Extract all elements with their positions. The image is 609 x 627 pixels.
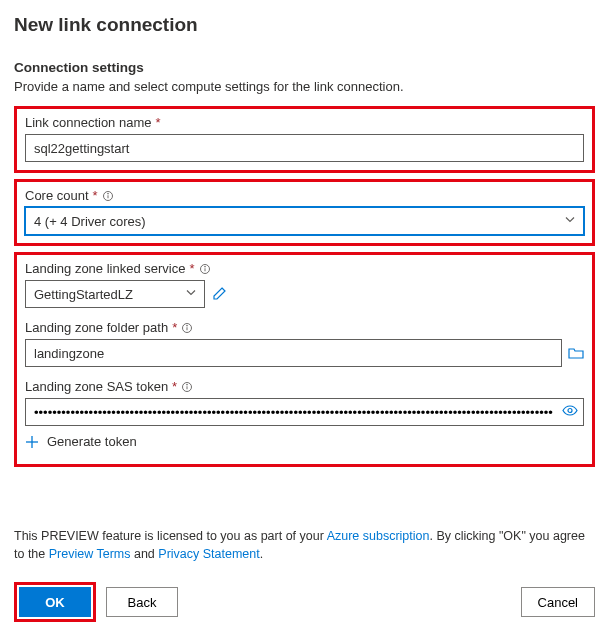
highlight-box-name: Link connection name * <box>14 106 595 173</box>
required-star: * <box>155 115 160 130</box>
info-icon[interactable] <box>181 381 193 393</box>
highlight-box-landingzone: Landing zone linked service * GettingSta… <box>14 252 595 467</box>
svg-point-12 <box>568 409 572 413</box>
lz-service-label: Landing zone linked service <box>25 261 185 276</box>
privacy-statement-link[interactable]: Privacy Statement <box>158 547 259 561</box>
lz-folder-label: Landing zone folder path <box>25 320 168 335</box>
core-count-select[interactable]: 4 (+ 4 Driver cores) <box>25 207 584 235</box>
svg-point-11 <box>187 384 188 385</box>
required-star: * <box>172 320 177 335</box>
lz-service-value[interactable]: GettingStartedLZ <box>25 280 205 308</box>
lz-service-select[interactable]: GettingStartedLZ <box>25 280 205 308</box>
link-name-input[interactable] <box>25 134 584 162</box>
highlight-box-corecount: Core count * 4 (+ 4 Driver cores) <box>14 179 595 246</box>
preview-text: This PREVIEW feature is licensed to you … <box>14 527 595 565</box>
info-icon[interactable] <box>181 322 193 334</box>
required-star: * <box>93 188 98 203</box>
section-heading: Connection settings <box>14 60 595 75</box>
preview-terms-link[interactable]: Preview Terms <box>49 547 131 561</box>
page-title: New link connection <box>14 14 595 36</box>
sas-token-input[interactable] <box>25 398 584 426</box>
browse-folder-icon[interactable] <box>568 345 584 361</box>
footer: OK Back Cancel <box>14 582 595 622</box>
plus-icon <box>25 435 39 449</box>
lz-folder-input[interactable] <box>25 339 562 367</box>
info-icon[interactable] <box>199 263 211 275</box>
generate-token-button[interactable]: Generate token <box>25 434 137 449</box>
core-count-label: Core count <box>25 188 89 203</box>
required-star: * <box>172 379 177 394</box>
svg-point-2 <box>107 193 108 194</box>
info-icon[interactable] <box>102 190 114 202</box>
svg-point-5 <box>204 266 205 267</box>
cancel-button[interactable]: Cancel <box>521 587 595 617</box>
section-subtitle: Provide a name and select compute settin… <box>14 79 595 94</box>
back-button[interactable]: Back <box>106 587 178 617</box>
ok-button[interactable]: OK <box>19 587 91 617</box>
required-star: * <box>189 261 194 276</box>
svg-point-8 <box>187 325 188 326</box>
highlight-box-ok: OK <box>14 582 96 622</box>
link-name-label: Link connection name <box>25 115 151 130</box>
azure-subscription-link[interactable]: Azure subscription <box>327 529 430 543</box>
edit-icon[interactable] <box>211 286 227 302</box>
core-count-value[interactable]: 4 (+ 4 Driver cores) <box>25 207 584 235</box>
reveal-eye-icon[interactable] <box>562 403 578 422</box>
generate-token-label: Generate token <box>47 434 137 449</box>
sas-label: Landing zone SAS token <box>25 379 168 394</box>
